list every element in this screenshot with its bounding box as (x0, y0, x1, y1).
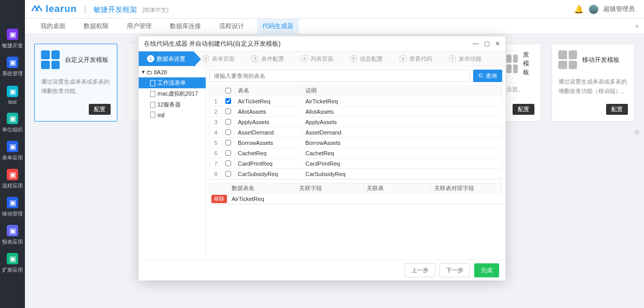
sidebar-item-2[interactable]: ▣test (0, 81, 25, 109)
template-card-3[interactable]: 移动开发模板通过设置生成单表或多表的增删改查功能（移动端）。配置 (552, 44, 635, 122)
sidebar-icon: ▣ (7, 169, 18, 180)
tree-node-2[interactable]: 12服务器 (139, 99, 206, 110)
row-desc: CarSubsidyReq (302, 171, 502, 177)
row-index: 1 (210, 98, 222, 104)
table-row[interactable]: 6CachetReqCachetReq (210, 148, 502, 158)
search-input[interactable] (209, 70, 470, 82)
row-index: 4 (210, 129, 222, 136)
sidebar-item-7[interactable]: ▣报表应用 (0, 221, 25, 249)
search-button[interactable]: 查询 (473, 70, 502, 82)
table-row[interactable]: 7CardPrintReqCardPrintReq (210, 158, 502, 169)
row-checkbox[interactable] (225, 171, 231, 177)
step-label: 发布功能 (459, 55, 481, 63)
card-config-button[interactable]: 配置 (513, 104, 534, 115)
minimize-icon[interactable]: — (473, 40, 479, 47)
folder-icon: 🗀 (146, 69, 152, 75)
row-checkbox[interactable] (225, 109, 231, 114)
table-row[interactable]: 4AssetDemandAssetDemand (210, 127, 502, 138)
next-button[interactable]: 下一步 (439, 263, 470, 277)
tab-2[interactable]: 用户管理 (122, 19, 157, 34)
row-name: BorrowAssets (235, 140, 302, 146)
row-desc: AssetDemand (302, 129, 502, 136)
sidebar-item-6[interactable]: ▣移动管理 (0, 193, 25, 221)
doc-icon (150, 80, 155, 86)
app-lang: [简体中文] (142, 6, 168, 14)
row-desc: BorrowAssets (302, 140, 502, 146)
tree-node-3[interactable]: sql (139, 110, 206, 119)
avatar[interactable] (589, 5, 598, 14)
row-name: CachetReq (235, 150, 302, 156)
done-button[interactable]: 完成 (474, 263, 499, 277)
template-card-0[interactable]: 自定义开发模板通过设置生成单表或多表的增删改查功能。配置 (34, 44, 117, 122)
search-button-label: 查询 (486, 72, 497, 80)
tab-0[interactable]: 我的桌面 (35, 19, 71, 34)
row-checkbox[interactable] (225, 160, 231, 166)
row-name: AirTicketReq (235, 98, 302, 104)
tree-node-0[interactable]: 工作流表单 (139, 77, 206, 88)
tab-3[interactable]: 数据库连接 (165, 19, 206, 34)
tree-node-1[interactable]: mac虚拟机2017 (139, 88, 206, 99)
tree-root-label: 8A28 (154, 69, 167, 75)
table-row[interactable]: 2AllotAssetsAllotAssets (210, 106, 502, 117)
sidebar-item-label: 敏捷开发 (2, 42, 23, 49)
wizard-step-0[interactable]: 1数据表设置 (139, 51, 194, 66)
sidebar-item-5[interactable]: ▣流程应用 (0, 165, 25, 193)
tree-node-label: sql (157, 112, 165, 118)
row-checkbox[interactable] (225, 140, 231, 145)
row-index: 3 (210, 119, 222, 125)
row-checkbox[interactable] (225, 119, 231, 125)
row-desc: ApplyAssets (302, 119, 502, 125)
sidebar-item-label: 报表应用 (2, 238, 23, 246)
card-config-button[interactable]: 配置 (606, 104, 628, 115)
sidebar-item-label: 扩展应用 (2, 266, 23, 274)
wizard-step-2[interactable]: 3条件配置 (243, 51, 292, 66)
sidebar-item-label: 移动管理 (2, 210, 23, 218)
gear-icon[interactable]: ⚙ (634, 129, 640, 142)
selected-row: 移除AirTicketReq (210, 194, 502, 204)
step-num-icon: 5 (350, 55, 357, 62)
close-icon[interactable]: ✕ (495, 40, 500, 47)
template-card-2[interactable]: 发模板示页。配置 (500, 44, 541, 122)
select-all-checkbox[interactable] (225, 88, 231, 93)
tree-node-label: 工作流表单 (157, 79, 186, 87)
step-label: 条件配置 (261, 55, 284, 63)
row-checkbox[interactable] (225, 150, 231, 156)
maximize-icon[interactable]: ▢ (484, 40, 490, 47)
sidebar-item-label: test (8, 99, 17, 105)
table-row[interactable]: 1AirTicketReqAirTicketReq (210, 96, 502, 106)
wizard-step-6[interactable]: 7发布功能 (440, 51, 490, 66)
sidebar-item-4[interactable]: ▣表单应用 (0, 137, 25, 165)
sidebar-item-8[interactable]: ▣扩展应用 (0, 249, 25, 277)
tab-5[interactable]: 代码生成器 (257, 19, 299, 34)
tabs-close-icon[interactable]: × (635, 23, 639, 30)
wizard-step-1[interactable]: 2表单页面 (194, 51, 243, 66)
user-name[interactable]: 超级管理员 (603, 5, 635, 14)
prev-button[interactable]: 上一步 (405, 263, 435, 277)
sidebar-item-label: 系统管理 (2, 70, 23, 77)
sidebar-item-0[interactable]: ▣敏捷开发 (0, 25, 25, 53)
logo-icon (31, 5, 43, 12)
table-row[interactable]: 3ApplyAssetsApplyAssets (210, 117, 502, 127)
row-checkbox[interactable] (225, 98, 231, 104)
tab-1[interactable]: 数据权限 (78, 19, 114, 34)
sidebar-item-3[interactable]: ▣单位组织 (0, 109, 25, 137)
row-index: 8 (210, 171, 222, 177)
top-header: 官方 learun | 敏捷开发框架 [简体中文] 🔔 超级管理员 (0, 0, 644, 19)
wizard-step-3[interactable]: 4列表页面 (292, 51, 342, 66)
row-checkbox[interactable] (225, 129, 231, 135)
card-config-button[interactable]: 配置 (89, 104, 111, 115)
wizard-step-5[interactable]: 6查看代码 (391, 51, 440, 66)
remove-button[interactable]: 移除 (211, 195, 227, 203)
sidebar-item-1[interactable]: ▣系统管理 (0, 53, 25, 81)
card-title: 移动开发模板 (582, 56, 620, 64)
tree-root[interactable]: ▾🗀8A28 (139, 66, 206, 77)
card-desc: 通过设置生成单表或多表的增删改查功能（移动端）。 (558, 77, 628, 104)
tables-list: 表名说明1AirTicketReqAirTicketReq2AllotAsset… (209, 85, 502, 180)
table-row[interactable]: 8CarSubsidyReqCarSubsidyReq (210, 169, 502, 179)
right-pane: 查询 表名说明1AirTicketReqAirTicketReq2AllotAs… (206, 66, 505, 260)
bell-icon[interactable]: 🔔 (574, 5, 584, 14)
table-row[interactable]: 5BorrowAssetsBorrowAssets (210, 138, 502, 148)
wizard-step-4[interactable]: 5信息配置 (342, 51, 391, 66)
card-icon (506, 55, 518, 73)
tab-4[interactable]: 流程设计 (214, 19, 249, 34)
